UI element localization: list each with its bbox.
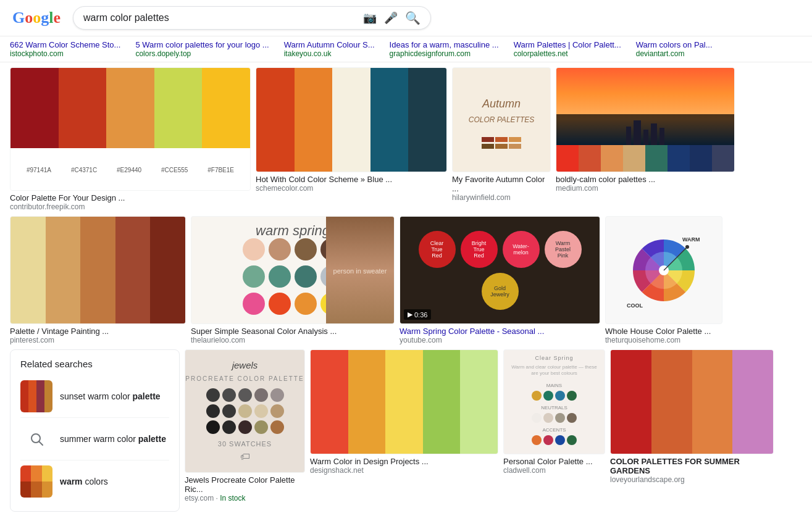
svg-point-2 bbox=[685, 245, 689, 249]
related-icon-search bbox=[20, 423, 52, 455]
svg-line-6 bbox=[40, 442, 43, 446]
image-caption: Color Palette For Your Design ... bbox=[10, 193, 251, 202]
top-link-title[interactable]: Ideas for a warm, masculine ... bbox=[390, 40, 499, 49]
related-searches-panel: Related searches bbox=[10, 349, 180, 512]
image-source: thelaurieloo.com bbox=[191, 336, 395, 344]
header: G o o g l e 📷 🎤 🔍 bbox=[0, 0, 812, 36]
image-caption: Whole House Color Palette ... bbox=[605, 327, 722, 336]
image-caption: My Favorite Autumn Color ... bbox=[452, 175, 551, 193]
image-row-2-wrapper: Palette / Vintage Painting ... pinterest… bbox=[10, 216, 802, 512]
image-card-jewels[interactable]: jewels PROCREATE COLOR PALETTE bbox=[185, 349, 305, 502]
related-searches-title: Related searches bbox=[20, 359, 169, 369]
top-link-item[interactable]: 662 Warm Color Scheme Sto... istockphoto… bbox=[10, 40, 120, 58]
image-caption: COLOR PALETTES FOR SUMMER GARDENS bbox=[610, 457, 774, 475]
image-caption: Warm Color in Design Projects ... bbox=[310, 457, 498, 466]
svg-text:COOL: COOL bbox=[627, 302, 643, 309]
image-caption: Hot With Cold Color Scheme » Blue ... bbox=[256, 175, 447, 184]
search-bar: 📷 🎤 🔍 bbox=[73, 6, 431, 30]
image-card-autumn[interactable]: AutumnCOLOR PALETTES My Favorite Autumn … bbox=[452, 67, 551, 202]
image-source: theturquoisehome.com bbox=[605, 336, 722, 344]
image-source: pinterest.com bbox=[10, 336, 186, 344]
image-source: hilarywinfield.com bbox=[452, 193, 551, 202]
video-duration-badge: ▶ 0:36 bbox=[404, 309, 431, 320]
image-caption: boldly-calm color palettes ... bbox=[556, 175, 735, 184]
image-source: youtube.com bbox=[400, 336, 600, 344]
related-item-label-summer: summer warm color palette bbox=[60, 434, 166, 444]
related-thumb-sunset bbox=[20, 380, 52, 412]
top-link-url: istockphoto.com bbox=[10, 49, 120, 58]
image-source: loveyourlandscape.org bbox=[610, 475, 774, 484]
image-card-personal-color[interactable]: Clear Spring Warm and clear colour palet… bbox=[503, 349, 605, 475]
image-card-warm-spring-analysis[interactable]: warm spring bbox=[191, 216, 395, 344]
image-source: schemecolor.com bbox=[256, 184, 447, 193]
related-thumb-warm-colors bbox=[20, 465, 52, 498]
svg-text:WARM: WARM bbox=[682, 236, 700, 243]
related-item-sunset[interactable]: sunset warm color palette bbox=[20, 375, 169, 418]
related-item-label-sunset: sunset warm color palette bbox=[60, 391, 161, 401]
image-caption: Personal Color Palette ... bbox=[503, 457, 605, 466]
image-row-1: #97141A #C4371C #E29440 #CCE555 #F7BE1E … bbox=[10, 67, 802, 211]
image-card-hotcold[interactable]: Hot With Cold Color Scheme » Blue ... sc… bbox=[256, 67, 447, 193]
top-link-url: graphicdesignforum.com bbox=[390, 49, 499, 58]
image-card-summer-gardens[interactable]: COLOR PALETTES FOR SUMMER GARDENS loveyo… bbox=[610, 349, 774, 484]
top-link-title[interactable]: 662 Warm Color Scheme Sto... bbox=[10, 40, 120, 49]
top-link-item[interactable]: Ideas for a warm, masculine ... graphicd… bbox=[390, 40, 499, 58]
top-link-title[interactable]: 5 Warm color palettes for your logo ... bbox=[135, 40, 269, 49]
top-link-item[interactable]: 5 Warm color palettes for your logo ... … bbox=[135, 40, 269, 58]
voice-search-button[interactable]: 🎤 bbox=[384, 11, 398, 25]
top-link-url: colors.dopely.top bbox=[135, 49, 269, 58]
image-source: cladwell.com bbox=[503, 466, 605, 475]
image-row-2: Palette / Vintage Painting ... pinterest… bbox=[10, 216, 802, 512]
image-caption: Jewels Procreate Color Palette Ric... bbox=[185, 475, 305, 494]
image-caption: Super Simple Seasonal Color Analysis ... bbox=[191, 327, 395, 336]
image-source: medium.com bbox=[556, 184, 735, 193]
image-card-whole-house[interactable]: WARM COOL Whole House Color Palette ... … bbox=[605, 216, 722, 344]
top-link-url: itakeyou.co.uk bbox=[284, 49, 375, 58]
bottom-image-cards: jewels PROCREATE COLOR PALETTE bbox=[185, 349, 802, 502]
image-card-warm-spring-video[interactable]: ClearTrueRed BrightTrueRed Water-melon W… bbox=[400, 216, 600, 344]
google-logo[interactable]: G o o g l e bbox=[12, 9, 61, 27]
image-card-freepik[interactable]: #97141A #C4371C #E29440 #CCE555 #F7BE1E … bbox=[10, 67, 251, 211]
top-link-url: deviantart.com bbox=[636, 49, 713, 58]
top-link-title[interactable]: Warm Autumn Colour S... bbox=[284, 40, 375, 49]
image-caption[interactable]: Warm Spring Color Palette - Seasonal ... bbox=[400, 327, 600, 336]
search-input[interactable] bbox=[83, 12, 363, 23]
image-card-warm-design[interactable]: Warm Color in Design Projects ... design… bbox=[310, 349, 498, 475]
image-caption: Palette / Vintage Painting ... bbox=[10, 327, 186, 336]
camera-search-button[interactable]: 📷 bbox=[363, 11, 377, 25]
top-link-title[interactable]: Warm Palettes | Color Palett... bbox=[514, 40, 621, 49]
top-link-title[interactable]: Warm colors on Pal... bbox=[636, 40, 713, 49]
related-item-label-warm-colors: warm colors bbox=[60, 477, 108, 486]
top-links: 662 Warm Color Scheme Sto... istockphoto… bbox=[0, 36, 812, 62]
top-link-url: colorpalettes.net bbox=[514, 49, 621, 58]
search-button[interactable]: 🔍 bbox=[405, 10, 421, 25]
image-source: contributor.freepik.com bbox=[10, 202, 251, 211]
image-source: etsy.com · In stock bbox=[185, 494, 305, 502]
image-card-vintage[interactable]: Palette / Vintage Painting ... pinterest… bbox=[10, 216, 186, 344]
main-content: #97141A #C4371C #E29440 #CCE555 #F7BE1E … bbox=[0, 62, 812, 517]
related-item-summer[interactable]: summer warm color palette bbox=[20, 418, 169, 461]
top-link-item[interactable]: Warm Autumn Colour S... itakeyou.co.uk bbox=[284, 40, 375, 58]
related-item-warm-colors[interactable]: warm colors bbox=[20, 461, 169, 502]
image-card-boldly-calm[interactable]: boldly-calm color palettes ... medium.co… bbox=[556, 67, 735, 193]
top-link-item[interactable]: Warm colors on Pal... deviantart.com bbox=[636, 40, 713, 58]
top-link-item[interactable]: Warm Palettes | Color Palett... colorpal… bbox=[514, 40, 621, 58]
image-source: designshack.net bbox=[310, 466, 498, 475]
